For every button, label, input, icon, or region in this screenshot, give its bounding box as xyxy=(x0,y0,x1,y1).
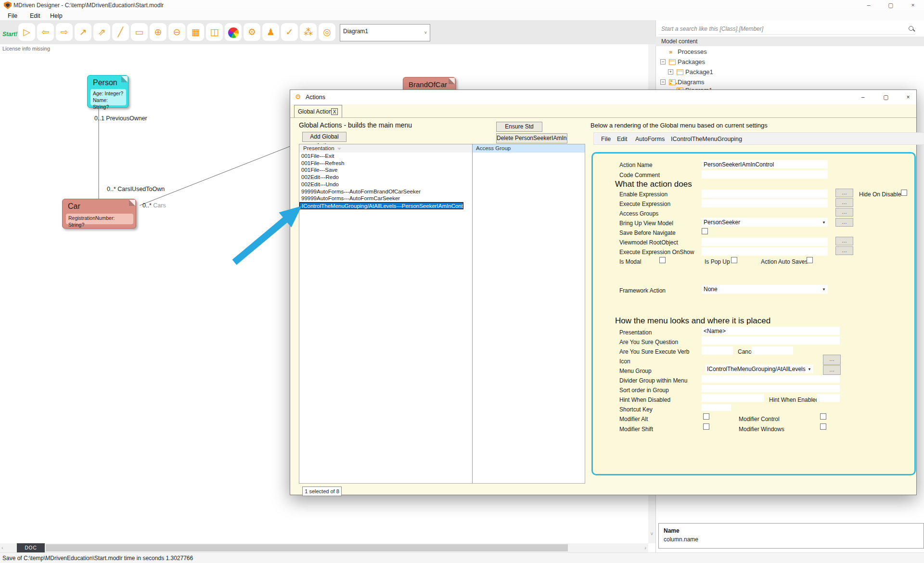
enable-expression-field[interactable] xyxy=(702,190,828,198)
add-global-action-button[interactable]: Add Global Action xyxy=(302,132,346,142)
column-header-access-group[interactable]: Access Group xyxy=(472,144,585,153)
dialog-close-button[interactable]: × xyxy=(903,92,913,102)
modifier-control-checkbox[interactable] xyxy=(820,413,826,420)
modifier-shift-label: Modifier Shift xyxy=(619,426,653,433)
cancel-verb-field[interactable] xyxy=(752,346,793,355)
hint-when-disabled-field[interactable] xyxy=(702,394,764,402)
scroll-left-icon[interactable]: ‹ xyxy=(1,545,3,550)
maximize-button[interactable]: ▢ xyxy=(880,0,902,11)
dialog-titlebar[interactable]: ⚙ Actions – ▢ × xyxy=(290,90,916,104)
list-item[interactable]: 99999AutoForms---AutoFormCarSeeker xyxy=(299,195,585,202)
status-text: Save of C:\temp\MDrivenEducation\Start.m… xyxy=(2,555,193,562)
tab-global-actions[interactable]: Global Actions X xyxy=(294,105,342,118)
search-icon[interactable] xyxy=(908,25,915,33)
list-item[interactable]: 001File---Exit xyxy=(299,153,585,160)
search-input[interactable] xyxy=(658,23,915,35)
class-attributes: Age: Integer? Name: String? xyxy=(90,89,126,105)
bring-up-view-model-ellipsis-button[interactable]: … xyxy=(835,218,853,227)
menu-group-select[interactable]: IControlTheMenuGrouping/AtAllLevels ▼ xyxy=(705,365,813,373)
list-item[interactable]: 001File---Refresh xyxy=(299,160,585,167)
shortcut-key-field[interactable] xyxy=(702,404,731,411)
tree-item-processes[interactable]: » Processes xyxy=(678,48,707,55)
list-item[interactable]: 002Edit---Undo xyxy=(299,181,585,188)
is-pop-up-checkbox[interactable] xyxy=(731,257,737,263)
close-button[interactable]: × xyxy=(902,0,924,11)
are-you-sure-execute-verb-field[interactable] xyxy=(702,346,733,355)
collapse-icon[interactable]: − xyxy=(660,79,666,85)
list-item[interactable]: 002Edit---Redo xyxy=(299,174,585,181)
actions-list[interactable]: Presentation Access Group 001File---Exit… xyxy=(299,144,585,484)
hide-on-disable-checkbox[interactable] xyxy=(901,190,907,196)
chevron-down-icon: ▼ xyxy=(808,367,811,371)
action-name-field[interactable] xyxy=(702,160,828,168)
shortcut-key-label: Shortcut Key xyxy=(619,406,653,413)
divider-group-field[interactable] xyxy=(702,375,840,383)
package-icon xyxy=(677,69,683,75)
collapse-icon[interactable]: − xyxy=(660,59,666,64)
properties-panel: Name column.name xyxy=(658,523,924,549)
property-name-value: column.name xyxy=(664,536,698,543)
scroll-right-icon[interactable]: › xyxy=(644,545,646,550)
scrollbar-thumb[interactable] xyxy=(46,544,568,551)
menu-group-ellipsis-button[interactable]: … xyxy=(823,365,841,375)
list-item[interactable]: 001File---Save xyxy=(299,166,585,174)
menu-preview-autoforms[interactable]: AutoForms xyxy=(635,136,665,142)
sort-order-field[interactable] xyxy=(702,385,840,392)
execute-expression-onshow-label: Execute Expression OnShow xyxy=(619,249,694,256)
are-you-sure-question-field[interactable] xyxy=(702,336,840,345)
action-auto-saves-checkbox[interactable] xyxy=(807,257,813,263)
tree-item-packages[interactable]: − Packages xyxy=(678,58,705,65)
status-bar: Save of C:\temp\MDrivenEducation\Start.m… xyxy=(0,552,924,563)
viewmodel-rootobject-field[interactable] xyxy=(702,238,828,246)
left-heading: Global Actions - builds the main menu xyxy=(299,121,412,129)
execute-expression-onshow-ellipsis-button[interactable]: … xyxy=(835,246,853,255)
minimize-button[interactable]: – xyxy=(858,0,880,11)
chevron-down-icon: ▼ xyxy=(822,220,826,225)
menu-preview: File Edit AutoForms IControlTheMenuGroup… xyxy=(593,132,924,145)
list-item-selected[interactable]: IControlTheMenuGrouping/AtAllLevels---Pe… xyxy=(299,202,463,209)
column-header-presentation[interactable]: Presentation xyxy=(299,144,472,153)
code-comment-label: Code Comment xyxy=(619,172,660,179)
presentation-label: Presentation xyxy=(619,329,652,336)
modifier-windows-checkbox[interactable] xyxy=(820,423,826,430)
tab-close-icon[interactable]: X xyxy=(331,108,338,115)
presentation-field[interactable] xyxy=(702,327,840,335)
bring-up-view-model-select[interactable]: PersonSeeker ▼ xyxy=(702,218,828,227)
framework-action-select[interactable]: None ▼ xyxy=(702,285,828,294)
access-groups-ellipsis-button[interactable]: … xyxy=(835,208,853,217)
model-content-header: Model content xyxy=(655,37,924,46)
horizontal-scrollbar[interactable]: ‹ › xyxy=(0,543,648,552)
menu-preview-edit[interactable]: Edit xyxy=(617,136,628,142)
modifier-shift-checkbox[interactable] xyxy=(703,423,709,430)
class-node-car[interactable]: Car RegistrationNumber: String? xyxy=(62,199,136,229)
save-before-navigate-checkbox[interactable] xyxy=(702,228,708,234)
modifier-alt-checkbox[interactable] xyxy=(703,413,709,420)
icon-ellipsis-button[interactable]: … xyxy=(823,355,841,365)
section-how-menu-looks: How the menu looks and where it is place… xyxy=(615,316,770,326)
delete-action-button[interactable]: Delete PersonSeekerIAmInCc xyxy=(496,133,567,143)
bring-up-view-model-label: Bring Up View Model xyxy=(619,220,673,227)
sort-order-label: Sort order in Group xyxy=(619,387,669,394)
dialog-minimize-button[interactable]: – xyxy=(858,92,868,102)
enable-expression-ellipsis-button[interactable]: … xyxy=(835,189,853,197)
execute-expression-ellipsis-button[interactable]: … xyxy=(835,198,853,207)
execute-expression-onshow-field[interactable] xyxy=(702,247,828,256)
tree-item-package1[interactable]: + Package1 xyxy=(685,68,713,76)
list-item[interactable]: 99999AutoForms---AutoFormBrandOfCarSeeke… xyxy=(299,188,585,195)
class-title: BrandOfCar xyxy=(409,80,447,89)
dialog-maximize-button[interactable]: ▢ xyxy=(881,92,891,102)
menu-preview-file[interactable]: File xyxy=(601,136,611,142)
ensure-std-actions-button[interactable]: Ensure Std Actions xyxy=(496,122,542,132)
hint-when-enabled-field[interactable] xyxy=(817,394,840,402)
class-node-person[interactable]: Person Age: Integer? Name: String? xyxy=(87,75,128,108)
scroll-down-icon[interactable]: ˅ xyxy=(648,531,655,537)
execute-expression-field[interactable] xyxy=(702,199,828,207)
code-comment-field[interactable] xyxy=(702,170,828,179)
menu-preview-grouping[interactable]: IControlTheMenuGrouping xyxy=(671,136,742,142)
expand-icon[interactable]: + xyxy=(668,69,673,75)
property-name-label: Name xyxy=(664,527,680,534)
tree-item-diagrams[interactable]: − Diagrams xyxy=(678,78,705,86)
doc-tab[interactable]: DOC xyxy=(17,543,45,552)
viewmodel-rootobject-ellipsis-button[interactable]: … xyxy=(835,237,853,245)
is-modal-checkbox[interactable] xyxy=(659,257,666,263)
